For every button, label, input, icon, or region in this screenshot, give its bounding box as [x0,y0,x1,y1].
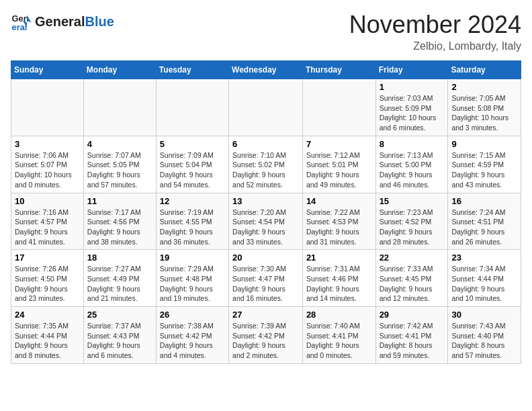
day-cell: 1Sunrise: 7:03 AM Sunset: 5:09 PM Daylig… [375,79,448,136]
day-info: Sunrise: 7:17 AM Sunset: 4:56 PM Dayligh… [87,208,152,247]
day-cell: 23Sunrise: 7:34 AM Sunset: 4:44 PM Dayli… [448,250,521,307]
logo-icon: Gen eral [11,11,32,32]
day-cell: 20Sunrise: 7:30 AM Sunset: 4:47 PM Dayli… [229,250,303,307]
day-number: 23 [451,253,517,263]
day-info: Sunrise: 7:05 AM Sunset: 5:08 PM Dayligh… [451,93,517,133]
day-cell: 18Sunrise: 7:27 AM Sunset: 4:49 PM Dayli… [83,250,156,307]
day-number: 22 [380,253,445,263]
day-info: Sunrise: 7:19 AM Sunset: 4:55 PM Dayligh… [160,208,225,247]
day-info: Sunrise: 7:12 AM Sunset: 5:01 PM Dayligh… [306,150,372,190]
day-cell: 10Sunrise: 7:16 AM Sunset: 4:57 PM Dayli… [11,193,84,250]
day-number: 28 [306,310,372,320]
day-info: Sunrise: 7:39 AM Sunset: 4:42 PM Dayligh… [232,321,299,361]
day-cell: 21Sunrise: 7:31 AM Sunset: 4:46 PM Dayli… [302,250,375,307]
day-info: Sunrise: 7:34 AM Sunset: 4:44 PM Dayligh… [451,264,517,304]
day-info: Sunrise: 7:03 AM Sunset: 5:09 PM Dayligh… [380,93,445,133]
weekday-header-monday: Monday [83,61,156,79]
day-number: 3 [15,139,80,149]
day-cell: 12Sunrise: 7:19 AM Sunset: 4:55 PM Dayli… [156,193,228,250]
day-number: 20 [232,253,299,263]
day-info: Sunrise: 7:16 AM Sunset: 4:57 PM Dayligh… [15,208,80,247]
week-row-1: 1Sunrise: 7:03 AM Sunset: 5:09 PM Daylig… [11,79,521,136]
day-number: 2 [451,82,517,92]
day-cell: 13Sunrise: 7:20 AM Sunset: 4:54 PM Dayli… [229,193,303,250]
day-cell: 25Sunrise: 7:37 AM Sunset: 4:43 PM Dayli… [83,307,156,364]
day-number: 5 [160,139,225,149]
day-number: 29 [380,310,445,320]
day-number: 6 [232,139,299,149]
day-cell: 9Sunrise: 7:15 AM Sunset: 4:59 PM Daylig… [448,136,521,193]
day-number: 7 [306,139,372,149]
day-cell: 24Sunrise: 7:35 AM Sunset: 4:44 PM Dayli… [11,307,84,364]
day-cell: 17Sunrise: 7:26 AM Sunset: 4:50 PM Dayli… [11,250,84,307]
day-cell [156,79,228,136]
day-cell [83,79,156,136]
day-cell: 5Sunrise: 7:09 AM Sunset: 5:04 PM Daylig… [156,136,228,193]
day-cell: 28Sunrise: 7:40 AM Sunset: 4:41 PM Dayli… [302,307,375,364]
day-number: 25 [87,310,152,320]
day-number: 30 [451,310,517,320]
day-cell: 6Sunrise: 7:10 AM Sunset: 5:02 PM Daylig… [229,136,303,193]
day-info: Sunrise: 7:40 AM Sunset: 4:41 PM Dayligh… [306,321,372,361]
weekday-header-friday: Friday [375,61,448,79]
day-number: 1 [380,82,445,92]
weekday-header-saturday: Saturday [448,61,521,79]
calendar-table: SundayMondayTuesdayWednesdayThursdayFrid… [11,60,521,364]
day-cell [229,79,303,136]
day-number: 27 [232,310,299,320]
day-info: Sunrise: 7:42 AM Sunset: 4:41 PM Dayligh… [380,321,445,361]
month-title: November 2024 [349,11,521,39]
week-row-5: 24Sunrise: 7:35 AM Sunset: 4:44 PM Dayli… [11,307,521,364]
day-info: Sunrise: 7:26 AM Sunset: 4:50 PM Dayligh… [15,264,80,304]
day-number: 19 [160,253,225,263]
day-number: 21 [306,253,372,263]
day-info: Sunrise: 7:24 AM Sunset: 4:51 PM Dayligh… [451,208,517,247]
day-info: Sunrise: 7:27 AM Sunset: 4:49 PM Dayligh… [87,264,152,304]
day-number: 26 [160,310,225,320]
weekday-header-tuesday: Tuesday [156,61,228,79]
day-number: 11 [87,196,152,206]
weekday-header-thursday: Thursday [302,61,375,79]
day-info: Sunrise: 7:13 AM Sunset: 5:00 PM Dayligh… [380,150,445,190]
week-row-2: 3Sunrise: 7:06 AM Sunset: 5:07 PM Daylig… [11,136,521,193]
day-number: 10 [15,196,80,206]
day-cell: 11Sunrise: 7:17 AM Sunset: 4:56 PM Dayli… [83,193,156,250]
day-number: 13 [232,196,299,206]
day-number: 15 [380,196,445,206]
day-cell: 26Sunrise: 7:38 AM Sunset: 4:42 PM Dayli… [156,307,228,364]
location: Zelbio, Lombardy, Italy [349,40,521,52]
day-info: Sunrise: 7:33 AM Sunset: 4:45 PM Dayligh… [380,264,445,304]
day-number: 4 [87,139,152,149]
day-cell [302,79,375,136]
day-info: Sunrise: 7:15 AM Sunset: 4:59 PM Dayligh… [451,150,517,190]
day-info: Sunrise: 7:22 AM Sunset: 4:53 PM Dayligh… [306,208,372,247]
day-number: 16 [451,196,517,206]
day-info: Sunrise: 7:06 AM Sunset: 5:07 PM Dayligh… [15,150,80,190]
day-number: 14 [306,196,372,206]
week-row-4: 17Sunrise: 7:26 AM Sunset: 4:50 PM Dayli… [11,250,521,307]
day-cell: 8Sunrise: 7:13 AM Sunset: 5:00 PM Daylig… [375,136,448,193]
day-cell: 14Sunrise: 7:22 AM Sunset: 4:53 PM Dayli… [302,193,375,250]
week-row-3: 10Sunrise: 7:16 AM Sunset: 4:57 PM Dayli… [11,193,521,250]
day-number: 24 [15,310,80,320]
day-info: Sunrise: 7:30 AM Sunset: 4:47 PM Dayligh… [232,264,299,304]
day-info: Sunrise: 7:20 AM Sunset: 4:54 PM Dayligh… [232,208,299,247]
day-info: Sunrise: 7:43 AM Sunset: 4:40 PM Dayligh… [451,321,517,361]
day-cell [11,79,84,136]
day-info: Sunrise: 7:10 AM Sunset: 5:02 PM Dayligh… [232,150,299,190]
day-number: 18 [87,253,152,263]
day-info: Sunrise: 7:07 AM Sunset: 5:05 PM Dayligh… [87,150,152,190]
title-block: November 2024 Zelbio, Lombardy, Italy [349,11,521,52]
day-info: Sunrise: 7:38 AM Sunset: 4:42 PM Dayligh… [160,321,225,361]
day-cell: 19Sunrise: 7:29 AM Sunset: 4:48 PM Dayli… [156,250,228,307]
weekday-header-row: SundayMondayTuesdayWednesdayThursdayFrid… [11,61,521,79]
day-cell: 30Sunrise: 7:43 AM Sunset: 4:40 PM Dayli… [448,307,521,364]
day-info: Sunrise: 7:09 AM Sunset: 5:04 PM Dayligh… [160,150,225,190]
day-number: 8 [380,139,445,149]
day-cell: 15Sunrise: 7:23 AM Sunset: 4:52 PM Dayli… [375,193,448,250]
weekday-header-sunday: Sunday [11,61,84,79]
day-cell: 22Sunrise: 7:33 AM Sunset: 4:45 PM Dayli… [375,250,448,307]
day-info: Sunrise: 7:31 AM Sunset: 4:46 PM Dayligh… [306,264,372,304]
day-info: Sunrise: 7:35 AM Sunset: 4:44 PM Dayligh… [15,321,80,361]
day-info: Sunrise: 7:29 AM Sunset: 4:48 PM Dayligh… [160,264,225,304]
